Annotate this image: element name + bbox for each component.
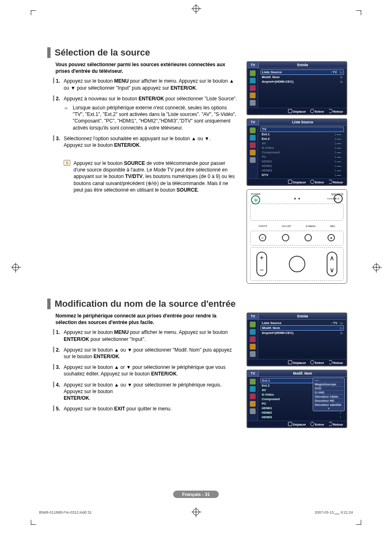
registration-mark bbox=[193, 5, 199, 12]
triangle-icon: ▷ bbox=[341, 80, 343, 83]
registration-mark bbox=[12, 264, 19, 271]
text-column: Vous pouvez sélectionner parmi les sourc… bbox=[47, 61, 238, 193]
crop-mark bbox=[31, 520, 36, 525]
step-4: Appuyez sur le bouton ▲ ou ▼ pour sélect… bbox=[55, 382, 238, 402]
osd-title: Entrée bbox=[259, 313, 346, 319]
osd-row: AV: ---- bbox=[261, 141, 344, 146]
remote-tip: ✋ Appuyez sur le bouton SOURCE de votre … bbox=[64, 160, 238, 193]
osd-row: PC: ---- bbox=[261, 155, 344, 159]
osd-row: HDMI2: ---- bbox=[261, 164, 344, 168]
osd-entree: TVEntrée Liste Source: TV▷ Modif. Nom▷ A… bbox=[247, 61, 347, 115]
osd-dropdown: ----MagnétoscopeDVDD-VHSDécodeur CâbleDé… bbox=[313, 378, 345, 411]
osd-row: Ext.1: ---- bbox=[261, 132, 344, 137]
triangle-icon: ▷ bbox=[340, 71, 342, 74]
osd-footer: DéplacerEntrerRetour bbox=[247, 359, 346, 366]
osd-footer: DéplacerEntrerRetour bbox=[247, 421, 346, 427]
nav-zone: ∧∨ +− bbox=[250, 247, 344, 281]
osd-tab: TV bbox=[247, 119, 259, 125]
step-3: Sélectionnez l'option souhaitée en appuy… bbox=[55, 135, 238, 148]
num-pad-zone bbox=[250, 204, 344, 221]
step-3: Appuyez sur le bouton ▲ or ▼ pour sélect… bbox=[55, 364, 238, 377]
step-5: Appuyez sur le bouton EXIT pour quitter … bbox=[55, 405, 238, 412]
page-content: Sélection de la source Vous pouvez sélec… bbox=[47, 47, 347, 446]
osd-row-liste-source: Liste Source: TV▷ bbox=[261, 69, 344, 75]
osd-iconbar bbox=[247, 68, 258, 108]
osd-liste-source: TVListe Source TVExt.1: ----Ext.2: ----A… bbox=[247, 118, 347, 186]
step-note: Lorsque aucun périphérique externe n'est… bbox=[64, 104, 238, 131]
osd-row-anynet: Anynet+(HDMI-CEC)▷ bbox=[261, 331, 344, 335]
triangle-icon: ▷ bbox=[341, 322, 343, 325]
footer-date: 2007-03-13 ␣␣ 9:21:24 bbox=[315, 510, 353, 514]
osd-footer: DéplacerEntrerRetour bbox=[247, 178, 346, 185]
triangle-icon: ▷ bbox=[341, 331, 343, 335]
osd-row: HDMI3: ---- bbox=[261, 168, 344, 173]
section-header: Sélection de la source bbox=[47, 47, 347, 58]
osd-iconbar bbox=[247, 377, 258, 421]
osd-row-liste-source: Liste Source: TV▷ bbox=[261, 321, 344, 325]
section-source-selection: Sélection de la source Vous pouvez sélec… bbox=[47, 47, 347, 284]
section-title: Modification du nom de la source d'entré… bbox=[55, 299, 235, 309]
osd-footer: DéplacerEntrerRetour bbox=[247, 108, 346, 114]
osd-row: TV bbox=[261, 127, 344, 132]
osd-column: TVEntrée Liste Source: TV▷ Modif. Nom▷ A… bbox=[247, 61, 347, 284]
osd-modif-nom: TVModif. Nom Ext.1:Ext.2:AV:S-Vidéo:Comp… bbox=[247, 370, 347, 428]
text-column: Nommez le périphérique connecté aux pris… bbox=[47, 313, 238, 416]
intro-text: Vous pouvez sélectionner parmi les sourc… bbox=[55, 61, 238, 74]
triangle-icon: ▷ bbox=[340, 327, 342, 330]
print-footer: BN68-01186B-Fre-0312.indd 31 2007-03-13 … bbox=[39, 510, 353, 514]
osd-title: Entrée bbox=[259, 62, 346, 68]
section-header: Modification du nom de la source d'entré… bbox=[47, 299, 347, 309]
footer-file: BN68-01186B-Fre-0312.indd 31 bbox=[39, 510, 92, 514]
step-1: Appuyez sur le bouton MENU pour afficher… bbox=[55, 78, 238, 91]
crop-mark bbox=[356, 10, 361, 15]
transport-zone bbox=[250, 231, 344, 245]
page-number: Français - 31 bbox=[173, 491, 219, 498]
osd-row: Composant: ---- bbox=[261, 150, 344, 155]
osd-tab: TV bbox=[247, 371, 259, 376]
power-button: ⏻ bbox=[251, 195, 260, 204]
osd-title: Liste Source bbox=[259, 119, 346, 125]
section-edit-name: Modification du nom de la source d'entré… bbox=[47, 299, 347, 431]
osd-tab: TV bbox=[247, 313, 259, 319]
osd-iconbar bbox=[247, 320, 258, 359]
section-title: Sélection de la source bbox=[55, 47, 150, 58]
osd-row: HDMI3: bbox=[261, 415, 344, 419]
step-2: Appuyez sur le bouton ▲ ou ▼ pour sélect… bbox=[55, 347, 238, 360]
osd-entree-2: TVEntrée Liste Source: TV▷ Modif. Nom▷ A… bbox=[247, 313, 347, 366]
osd-row: S-Vidéo: ---- bbox=[261, 146, 344, 150]
osd-iconbar bbox=[247, 125, 258, 178]
osd-tab: TV bbox=[247, 62, 259, 68]
osd-row: Ext.2: ---- bbox=[261, 137, 344, 141]
osd-row-modif-nom: Modif. Nom▷ bbox=[261, 325, 344, 331]
osd-row: HDMI1: ---- bbox=[261, 159, 344, 164]
intro-text: Nommez le périphérique connecté aux pris… bbox=[55, 313, 238, 326]
step-1: Appuyez sur le bouton MENU pour afficher… bbox=[55, 329, 238, 342]
source-button: ⇢ bbox=[334, 194, 343, 203]
osd-column: TVEntrée Liste Source: TV▷ Modif. Nom▷ A… bbox=[247, 313, 347, 431]
triangle-icon: ▷ bbox=[341, 76, 343, 79]
osd-row: DTV: ---- bbox=[261, 173, 344, 177]
crop-mark bbox=[31, 10, 36, 15]
osd-title: Modif. Nom bbox=[259, 371, 346, 376]
crop-mark bbox=[356, 520, 361, 525]
step-2: Appuyez à nouveau sur le bouton ENTER/OK… bbox=[55, 95, 238, 131]
registration-mark bbox=[373, 264, 380, 271]
remote-control: SOURCE POWER⏻ ⇢ TV/DTVCH LISTD.MENUREC ⊃ bbox=[247, 189, 347, 284]
osd-row-modif-nom: Modif. Nom▷ bbox=[261, 75, 344, 79]
osd-row-anynet: Anynet+(HDMI-CEC)▷ bbox=[261, 79, 344, 84]
remote-icon: ✋ bbox=[64, 160, 70, 166]
